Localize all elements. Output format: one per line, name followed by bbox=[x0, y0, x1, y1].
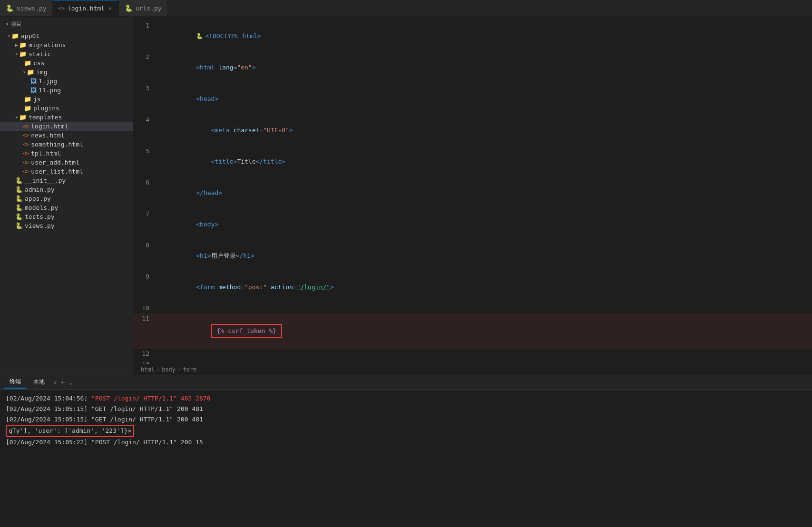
tree-item-label: js bbox=[33, 96, 41, 103]
html-file-icon: <> bbox=[23, 141, 29, 147]
tab-label: urls.py bbox=[136, 5, 162, 12]
folder-icon: 📁 bbox=[11, 32, 19, 39]
sidebar-item-init-py[interactable]: 🐍 __init__.py bbox=[0, 176, 133, 185]
tree-item-label: views.py bbox=[25, 222, 55, 229]
sidebar-item-views-py[interactable]: 🐍 views.py bbox=[0, 221, 133, 230]
python-icon: 🐍 bbox=[6, 4, 14, 12]
sidebar-item-something-html[interactable]: <> something.html bbox=[0, 140, 133, 149]
terminal-tab-local[interactable]: 本地 bbox=[28, 376, 50, 388]
sidebar-item-templates[interactable]: ▾ 📁 templates bbox=[0, 113, 133, 122]
python-file-icon: 🐍 bbox=[15, 177, 23, 184]
sidebar-item-1jpg[interactable]: 🖼 1.jpg bbox=[0, 77, 133, 86]
tree-item-label: 1.jpg bbox=[39, 78, 57, 85]
tree-item-label: something.html bbox=[31, 141, 83, 148]
editor-content[interactable]: 1 🐍 <!DOCTYPE html> 2 <html lang="en"> 3 bbox=[133, 17, 812, 364]
new-terminal-button[interactable]: ＋ bbox=[59, 378, 66, 387]
folder-icon: 📁 bbox=[27, 68, 34, 76]
line-content: <meta charset="UTF-8"> bbox=[157, 115, 812, 146]
line-number: 7 bbox=[133, 209, 157, 219]
tree-item-label: plugins bbox=[33, 105, 59, 112]
sidebar-item-plugins[interactable]: 📁 plugins bbox=[0, 104, 133, 113]
sidebar-item-login-html[interactable]: <> login.html bbox=[0, 122, 133, 131]
sidebar-item-migrations[interactable]: ▶ 📁 migrations bbox=[0, 40, 133, 49]
breadcrumb-separator: › bbox=[177, 366, 181, 373]
tree-item-label: __init__.py bbox=[25, 177, 66, 184]
tree-item-label: user_list.html bbox=[31, 168, 83, 175]
code-line-10: 10 bbox=[133, 303, 812, 313]
sidebar: ▾ 项目 ▾ 📁 app01 ▶ 📁 migrations ▾ 📁 static… bbox=[0, 17, 133, 375]
html-file-icon: <> bbox=[23, 168, 29, 175]
sidebar-item-apps-py[interactable]: 🐍 apps.py bbox=[0, 194, 133, 203]
line-content: {% csrf_token %} bbox=[157, 313, 812, 349]
code-line-13: 13 <input type="text" name="user" placeh… bbox=[133, 359, 812, 364]
line-content: </head> bbox=[157, 177, 812, 209]
tree-item-label: login.html bbox=[31, 123, 68, 130]
terminal-content[interactable]: [02/Aug/2024 15:04:56] "POST /login/ HTT… bbox=[0, 390, 812, 527]
code-line-11: 11 {% csrf_token %} bbox=[133, 313, 812, 349]
sidebar-item-app01[interactable]: ▾ 📁 app01 bbox=[0, 31, 133, 40]
terminal-tab-terminal[interactable]: 终端 bbox=[4, 376, 27, 389]
line-number: 4 bbox=[133, 115, 157, 125]
sidebar-item-static[interactable]: ▾ 📁 static bbox=[0, 49, 133, 59]
sidebar-title[interactable]: ▾ 项目 bbox=[0, 17, 133, 31]
html-file-icon: <> bbox=[23, 150, 29, 156]
code-line-9: 9 <form method="post" action="/login/"> bbox=[133, 272, 812, 303]
sidebar-item-img[interactable]: ▾ 📁 img bbox=[0, 68, 133, 77]
tab-views-py[interactable]: 🐍 views.py bbox=[0, 0, 53, 16]
folder-icon: 📁 bbox=[19, 41, 27, 49]
sidebar-item-models-py[interactable]: 🐍 models.py bbox=[0, 203, 133, 212]
html-file-icon: <> bbox=[23, 132, 29, 138]
tab-urls-py[interactable]: 🐍 urls.py bbox=[119, 0, 168, 16]
line-content: <head> bbox=[157, 83, 812, 115]
code-line-4: 4 <meta charset="UTF-8"> bbox=[133, 115, 812, 146]
line-content: 🐍 <!DOCTYPE html> bbox=[157, 20, 812, 52]
close-tab-button[interactable]: ✕ bbox=[108, 4, 113, 12]
folder-icon: 📁 bbox=[24, 59, 31, 67]
tab-login-html[interactable]: <> login.html ✕ bbox=[53, 0, 119, 16]
chevron-icon: ▶ bbox=[15, 42, 18, 48]
sidebar-item-tpl-html[interactable]: <> tpl.html bbox=[0, 149, 133, 158]
line-content: <title>Title</title> bbox=[157, 146, 812, 177]
line-number: 11 bbox=[133, 313, 157, 324]
line-number: 1 bbox=[133, 20, 157, 31]
folder-icon: 📁 bbox=[19, 114, 27, 121]
sidebar-item-user-add-html[interactable]: <> user_add.html bbox=[0, 158, 133, 167]
terminal-menu-button[interactable]: ⌄ bbox=[69, 379, 72, 386]
sidebar-item-js[interactable]: 📁 js bbox=[0, 95, 133, 104]
sidebar-item-news-html[interactable]: <> news.html bbox=[0, 131, 133, 140]
sidebar-item-admin-py[interactable]: 🐍 admin.py bbox=[0, 185, 133, 194]
tree-item-label: migrations bbox=[29, 41, 66, 49]
breadcrumb: html › body › form bbox=[133, 364, 812, 375]
sidebar-item-11png[interactable]: 🖼 11.png bbox=[0, 86, 133, 95]
sidebar-item-tests-py[interactable]: 🐍 tests.py bbox=[0, 212, 133, 221]
tree-item-label: tpl.html bbox=[31, 150, 61, 157]
python-file-icon: 🐍 bbox=[15, 195, 23, 202]
tree-item-label: news.html bbox=[31, 132, 64, 139]
line-content: <h1>用户登录</h1> bbox=[157, 240, 812, 272]
tree-item-label: tests.py bbox=[25, 213, 55, 220]
python-icon: 🐍 bbox=[125, 4, 133, 12]
breadcrumb-item-html[interactable]: html bbox=[141, 366, 155, 373]
tree-item-label: app01 bbox=[21, 32, 39, 39]
code-line-1: 1 🐍 <!DOCTYPE html> bbox=[133, 20, 812, 52]
tree-item-label: admin.py bbox=[25, 186, 55, 193]
chevron-down-icon: ▾ bbox=[6, 21, 9, 27]
tree-item-label: apps.py bbox=[25, 195, 51, 202]
code-line-12: 12 bbox=[133, 349, 812, 359]
line-number: 12 bbox=[133, 349, 157, 359]
sidebar-item-user-list-html[interactable]: <> user_list.html bbox=[0, 167, 133, 176]
code-line-3: 3 <head> bbox=[133, 83, 812, 115]
editor-area: 1 🐍 <!DOCTYPE html> 2 <html lang="en"> 3 bbox=[133, 17, 812, 375]
folder-icon: 📁 bbox=[24, 96, 31, 103]
breadcrumb-separator: › bbox=[157, 366, 160, 373]
sidebar-item-css[interactable]: 📁 css bbox=[0, 59, 133, 68]
terminal-area: 终端 本地 ✕ ＋ ⌄ [02/Aug/2024 15:04:56] "POST… bbox=[0, 375, 812, 527]
close-terminal-button[interactable]: ✕ bbox=[53, 379, 57, 386]
line-content: <input type="text" name="user" placehold… bbox=[157, 359, 812, 364]
breadcrumb-item-body[interactable]: body bbox=[162, 366, 176, 373]
code-line-2: 2 <html lang="en"> bbox=[133, 52, 812, 83]
code-line-6: 6 </head> bbox=[133, 177, 812, 209]
breadcrumb-item-form[interactable]: form bbox=[183, 366, 196, 373]
tab-bar: 🐍 views.py <> login.html ✕ 🐍 urls.py bbox=[0, 0, 812, 17]
line-number: 10 bbox=[133, 303, 157, 313]
